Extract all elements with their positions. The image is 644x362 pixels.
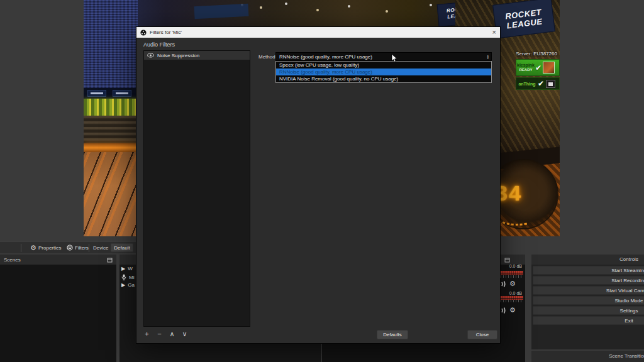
panel-config-icon[interactable]: [107, 257, 113, 263]
method-dropdown[interactable]: RNNoise (good quality, more CPU usage) ▴…: [275, 52, 492, 61]
move-up-button[interactable]: ∧: [169, 330, 175, 338]
mixer-source-row[interactable]: Mi: [121, 274, 134, 280]
player-banner: anThing ✔: [516, 77, 560, 90]
properties-button[interactable]: Properties: [38, 245, 61, 251]
option-rnnoise[interactable]: RNNoise (good quality, more CPU usage): [276, 69, 491, 75]
player-banner-ready: klespink READY ✔: [516, 59, 560, 76]
scenes-list[interactable]: [0, 265, 116, 362]
speaker-icon[interactable]: [501, 280, 506, 288]
studio-mode-button[interactable]: Studio Mode: [533, 296, 644, 305]
scenes-header: Scenes: [0, 255, 116, 265]
scenes-panel: Scenes: [0, 255, 116, 362]
controls-panel: Controls Start Streaming Start Recording…: [531, 255, 644, 349]
play-icon: ▶: [121, 266, 125, 272]
crowd-stand: [84, 0, 138, 89]
gear-icon[interactable]: ⚙: [509, 280, 516, 288]
field-blur: [84, 116, 140, 145]
toolbar-separator: [89, 244, 89, 252]
mouse-cursor: [391, 54, 399, 63]
player-name: anThing: [516, 82, 538, 86]
eye-icon[interactable]: [147, 53, 154, 58]
filters-button[interactable]: Filters: [75, 245, 89, 251]
field-orange-glow: [84, 143, 140, 152]
dialog-title: Filters for 'Mic': [150, 30, 182, 35]
scene-transitions-header: Scene Transitions: [531, 351, 644, 362]
audio-filters-label: Audio Filters: [143, 41, 175, 48]
defaults-button[interactable]: Defaults: [377, 330, 408, 339]
option-nvidia[interactable]: NVIDIA Noise Removal (good quality, no C…: [276, 75, 491, 82]
mixer-source-name: Mi: [129, 275, 134, 280]
mixer-strip-controls: ⚙: [501, 306, 516, 314]
filter-list[interactable]: Noise Suppression: [143, 50, 250, 327]
panel-config-icon[interactable]: [504, 257, 510, 263]
orange-field: [84, 152, 140, 236]
meter-scale: [501, 275, 523, 278]
start-virtual-camera-button[interactable]: Start Virtual Camera: [533, 286, 644, 295]
player-name: klespink: [516, 63, 535, 68]
server-label: Server: EU387260: [516, 51, 557, 57]
obs-logo-icon: [140, 30, 147, 36]
move-down-button[interactable]: ∨: [181, 330, 188, 338]
filters-dialog: Filters for 'Mic' × Audio Filters Noise …: [136, 26, 501, 344]
mixer-source-row[interactable]: ▶ W: [121, 266, 133, 272]
player-avatar: [543, 62, 555, 74]
volume-db-label: 0.0 dB: [498, 264, 522, 268]
gear-icon: ⚙: [30, 244, 36, 252]
volume-db-label: 0.0 dB: [498, 291, 522, 295]
led-logo: [113, 90, 131, 97]
filter-name: Noise Suppression: [157, 53, 199, 58]
device-select[interactable]: Default: [111, 243, 133, 252]
device-label: Device: [93, 245, 108, 251]
close-icon[interactable]: ×: [492, 29, 496, 36]
check-icon: ✔: [538, 79, 544, 88]
filter-list-toolbar: + − ∧ ∨: [143, 330, 188, 338]
method-value: RNNoise (good quality, more CPU usage): [279, 54, 372, 60]
scenes-title: Scenes: [4, 257, 21, 263]
start-streaming-button[interactable]: Start Streaming: [533, 266, 644, 275]
method-label: Method: [258, 54, 275, 60]
gear-icon[interactable]: ⚙: [509, 306, 516, 314]
player-status: READY: [516, 68, 535, 72]
close-button[interactable]: Close: [467, 330, 497, 339]
led-logo: [87, 90, 106, 97]
mixer-source-name: Ga: [128, 282, 135, 288]
platform-icon: [546, 80, 555, 88]
meter-scale: [501, 300, 523, 302]
play-icon: ▶: [121, 282, 125, 288]
speaker-icon[interactable]: [501, 307, 506, 314]
filter-item-noise-suppression[interactable]: Noise Suppression: [144, 51, 250, 60]
spinner-icon: ▴ ▾: [487, 54, 489, 59]
led-board: [84, 88, 138, 99]
check-icon: ✔: [535, 63, 541, 72]
method-options-list: Speex (low CPU usage, low quality) RNNoi…: [275, 61, 492, 83]
remove-filter-button[interactable]: −: [156, 330, 163, 338]
option-speex[interactable]: Speex (low CPU usage, low quality): [276, 62, 491, 69]
microphone-icon: [121, 274, 126, 280]
mixer-source-name: W: [128, 266, 133, 272]
dialog-titlebar[interactable]: Filters for 'Mic' ×: [136, 27, 500, 38]
filters-icon: [67, 244, 73, 251]
mixer-strip-controls: ⚙: [501, 280, 516, 288]
volume-meter: [501, 271, 523, 275]
mixer-source-row[interactable]: ▶ Ga: [121, 282, 135, 288]
exit-button[interactable]: Exit: [533, 316, 644, 325]
toolbar-separator: [21, 244, 21, 252]
controls-title: Controls: [531, 255, 644, 265]
settings-button[interactable]: Settings: [533, 306, 644, 315]
field-ad-strip: [84, 99, 140, 116]
add-filter-button[interactable]: +: [143, 330, 150, 338]
rocket-league-banner: ROCKET LEAGUE: [492, 0, 555, 39]
start-recording-button[interactable]: Start Recording: [533, 276, 644, 285]
